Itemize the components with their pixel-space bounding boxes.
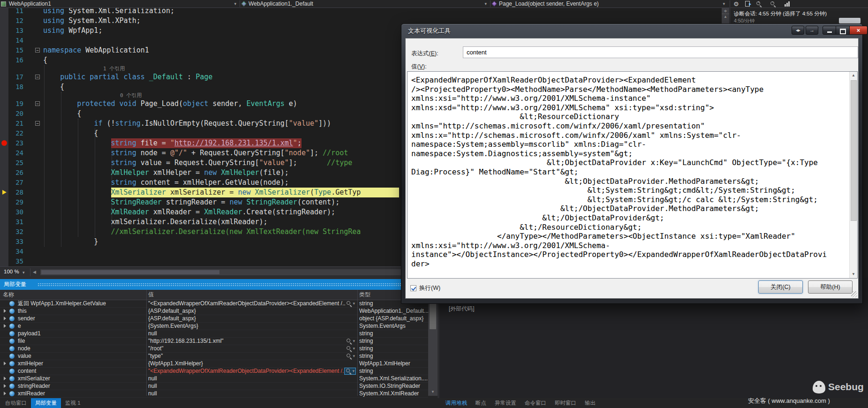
- callstack-tab[interactable]: 即时窗口: [551, 398, 581, 408]
- zoom-out-icon[interactable]: −: [770, 1, 778, 7]
- value-text-area[interactable]: <ExpandedWrapperOfXamlReaderObjectDataPr…: [407, 71, 858, 279]
- column-divider[interactable]: [146, 290, 147, 396]
- breakpoint-margin-cell[interactable]: [0, 109, 8, 119]
- breakpoint-margin-cell[interactable]: [0, 197, 8, 207]
- chevron-down-icon[interactable]: [353, 345, 355, 352]
- breakpoint-margin-cell[interactable]: [0, 237, 8, 247]
- breakpoint-margin-cell[interactable]: [0, 188, 8, 197]
- expander-icon[interactable]: [3, 360, 9, 367]
- scroll-down-icon[interactable]: [428, 389, 438, 395]
- checkbox-checked-icon[interactable]: [410, 285, 416, 291]
- magnifier-icon[interactable]: [346, 301, 352, 307]
- breakpoint-margin-cell[interactable]: [0, 227, 8, 237]
- breakpoint-margin-cell[interactable]: [0, 128, 8, 138]
- breakpoint-margin-cell[interactable]: [0, 72, 8, 82]
- expression-field[interactable]: content: [463, 46, 858, 58]
- scrollbar-thumb[interactable]: [41, 270, 219, 274]
- close-button[interactable]: 关闭(C): [758, 280, 803, 294]
- breakpoint-margin-cell[interactable]: [0, 16, 8, 26]
- locals-row[interactable]: e{System.EventArgs}System.EventArgs: [0, 323, 428, 330]
- breakpoint-margin-cell[interactable]: [0, 138, 8, 148]
- scroll-down-icon[interactable]: [850, 271, 857, 278]
- magnifier-dropdown[interactable]: [345, 353, 356, 360]
- callstack-tab[interactable]: 断点: [471, 398, 491, 408]
- splitter-icon[interactable]: [722, 8, 729, 14]
- text-area-scrollbar[interactable]: [849, 72, 857, 278]
- collapse-icon[interactable]: [35, 75, 40, 79]
- scroll-left-icon[interactable]: [33, 270, 36, 274]
- breakpoint-margin-cell[interactable]: [0, 82, 8, 92]
- locals-tab[interactable]: 监视 1: [61, 398, 85, 408]
- breakpoint-margin-cell[interactable]: [0, 26, 8, 36]
- locals-row[interactable]: xmlReadernullSystem.Xml.XmlReader: [0, 390, 428, 398]
- chevron-down-icon[interactable]: [234, 0, 236, 8]
- expander-icon[interactable]: [3, 308, 9, 315]
- dialog-title[interactable]: 文本可视化工具: [408, 27, 451, 35]
- chart-icon[interactable]: [785, 1, 790, 7]
- callstack-tab[interactable]: 输出: [581, 398, 600, 408]
- magnifier-icon[interactable]: [346, 346, 352, 352]
- magnifier-dropdown[interactable]: [345, 338, 356, 345]
- chevron-down-icon[interactable]: [723, 0, 725, 8]
- scroll-up-icon[interactable]: [850, 72, 857, 79]
- column-divider[interactable]: [357, 290, 358, 396]
- locals-title-bar[interactable]: 局部变量: [0, 279, 438, 290]
- breadcrumb-class-dropdown[interactable]: WebApplication1._Default: [241, 0, 490, 8]
- collapse-icon[interactable]: [35, 121, 40, 126]
- locals-tab[interactable]: 自动窗口: [1, 398, 31, 408]
- chevron-down-icon[interactable]: [353, 300, 355, 307]
- locals-row[interactable]: stringReadernullSystem.IO.StringReader: [0, 383, 428, 390]
- column-header-value[interactable]: 值: [146, 290, 357, 300]
- locals-row[interactable]: value"type"string: [0, 353, 428, 360]
- scrollbar-thumb[interactable]: [851, 80, 857, 221]
- locals-row[interactable]: this{ASP.default_aspx}WebApplication1._D…: [0, 308, 428, 315]
- magnifier-icon[interactable]: [346, 353, 352, 359]
- locals-row[interactable]: sender{ASP.default_aspx}object {ASP.defa…: [0, 315, 428, 323]
- callstack-tab[interactable]: 异常设置: [491, 398, 521, 408]
- magnifier-icon[interactable]: [346, 338, 352, 344]
- swap-view-button[interactable]: [792, 26, 804, 35]
- magnifier-icon[interactable]: [346, 368, 352, 374]
- chevron-down-icon[interactable]: [352, 368, 355, 375]
- locals-tab[interactable]: 局部变量: [31, 398, 61, 408]
- expander-icon[interactable]: [3, 323, 9, 330]
- scroll-up-icon[interactable]: [722, 14, 729, 20]
- help-button[interactable]: 帮助(H): [808, 280, 853, 294]
- fold-gutter[interactable]: [29, 45, 43, 55]
- column-header-name[interactable]: 名称: [0, 290, 146, 300]
- resize-grip[interactable]: [851, 291, 857, 297]
- expander-icon[interactable]: [3, 315, 9, 322]
- locals-row[interactable]: node"/root"string: [0, 345, 428, 353]
- magnifier-dropdown[interactable]: [345, 345, 356, 352]
- locals-row[interactable]: xmlHelper{WpfApp1.XmlHelper}WpfApp1.XmlH…: [0, 360, 428, 368]
- breakpoint-margin-cell[interactable]: [0, 178, 8, 188]
- zoom-level-dropdown[interactable]: 100 %: [4, 269, 19, 274]
- breakpoint-margin-cell[interactable]: [0, 158, 8, 168]
- breakpoint-margin-cell[interactable]: [0, 8, 8, 16]
- zoom-in-icon[interactable]: +: [756, 1, 764, 7]
- minimize-button[interactable]: [823, 26, 836, 35]
- chevron-down-icon[interactable]: [23, 269, 25, 276]
- breakpoint-margin-cell[interactable]: [0, 36, 8, 45]
- locals-vertical-scrollbar[interactable]: [428, 290, 438, 396]
- breakpoint-margin-cell[interactable]: [0, 217, 8, 227]
- codelens-label[interactable]: 1 个引用: [86, 65, 125, 72]
- breakpoint-margin-cell[interactable]: [0, 119, 8, 128]
- breakpoint-margin-cell[interactable]: [0, 207, 8, 217]
- locals-row[interactable]: xmlSerializernullSystem.Xml.Serializatio…: [0, 375, 428, 383]
- magnifier-dropdown[interactable]: [344, 368, 356, 375]
- breakpoint-margin-cell[interactable]: [0, 247, 8, 257]
- expander-icon[interactable]: [3, 383, 9, 390]
- chevron-down-icon[interactable]: [353, 338, 355, 345]
- breakpoint-margin-cell[interactable]: [0, 99, 8, 109]
- export-report-icon[interactable]: [745, 1, 750, 7]
- fold-gutter[interactable]: [29, 119, 43, 128]
- expander-icon[interactable]: [3, 390, 9, 397]
- callstack-tab[interactable]: 命令窗口: [521, 398, 551, 408]
- breakpoint-margin-cell[interactable]: [0, 257, 8, 266]
- codelens-label[interactable]: 0 个引用: [86, 92, 142, 99]
- export-button[interactable]: [806, 26, 818, 35]
- maximize-button[interactable]: [836, 26, 850, 35]
- chevron-down-icon[interactable]: [484, 0, 487, 8]
- locals-row[interactable]: payload1nullstring: [0, 330, 428, 338]
